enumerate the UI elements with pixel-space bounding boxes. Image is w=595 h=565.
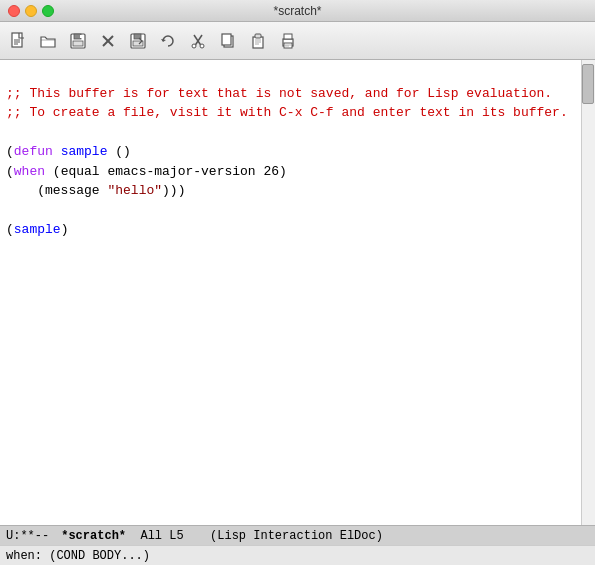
- titlebar: *scratch*: [0, 0, 595, 22]
- paste-icon: [249, 32, 267, 50]
- svg-rect-7: [80, 35, 82, 38]
- open-file-button[interactable]: [34, 27, 62, 55]
- minimize-button[interactable]: [25, 5, 37, 17]
- new-file-button[interactable]: [4, 27, 32, 55]
- code-line-defun: (defun sample () (when (equal emacs-majo…: [6, 144, 287, 237]
- echo-area: when: (COND BODY...): [0, 545, 595, 565]
- toolbar: [0, 22, 595, 60]
- editor-area[interactable]: ;; This buffer is for text that is not s…: [0, 60, 595, 525]
- print-icon: [279, 32, 297, 50]
- close-buffer-button[interactable]: [94, 27, 122, 55]
- paste-button[interactable]: [244, 27, 272, 55]
- undo-icon: [159, 32, 177, 50]
- svg-rect-6: [73, 41, 83, 46]
- svg-rect-5: [74, 34, 81, 39]
- comment-line-2: ;; To create a file, visit it with C-x C…: [6, 105, 568, 120]
- open-file-icon: [39, 32, 57, 50]
- cut-button[interactable]: [184, 27, 212, 55]
- status-position: All L5: [140, 529, 183, 543]
- save-icon: [69, 32, 87, 50]
- status-bar: U:**-- *scratch* All L5 (Lisp Interactio…: [0, 525, 595, 545]
- svg-rect-20: [255, 34, 261, 38]
- maximize-button[interactable]: [42, 5, 54, 17]
- status-mode-indicator: U:**--: [6, 529, 49, 543]
- save-button[interactable]: [64, 27, 92, 55]
- window-title: *scratch*: [273, 4, 321, 18]
- save-as-button[interactable]: [124, 27, 152, 55]
- svg-rect-18: [222, 34, 231, 45]
- new-file-icon: [9, 32, 27, 50]
- status-major-mode: (Lisp Interaction ElDoc): [210, 529, 383, 543]
- echo-text: when: (COND BODY...): [6, 549, 150, 563]
- undo-button[interactable]: [154, 27, 182, 55]
- scrollbar[interactable]: [581, 60, 595, 525]
- svg-rect-26: [284, 43, 292, 48]
- close-button[interactable]: [8, 5, 20, 17]
- window-controls: [8, 5, 54, 17]
- cut-icon: [189, 32, 207, 50]
- copy-icon: [219, 32, 237, 50]
- svg-point-15: [192, 44, 196, 48]
- svg-rect-25: [284, 34, 292, 39]
- scrollbar-thumb[interactable]: [582, 64, 594, 104]
- status-buffer-name: *scratch*: [61, 529, 126, 543]
- print-button[interactable]: [274, 27, 302, 55]
- save-as-icon: [129, 32, 147, 50]
- editor-text[interactable]: ;; This buffer is for text that is not s…: [0, 60, 581, 525]
- comment-line-1: ;; This buffer is for text that is not s…: [6, 86, 552, 101]
- copy-button[interactable]: [214, 27, 242, 55]
- svg-point-16: [200, 44, 204, 48]
- close-icon: [101, 34, 115, 48]
